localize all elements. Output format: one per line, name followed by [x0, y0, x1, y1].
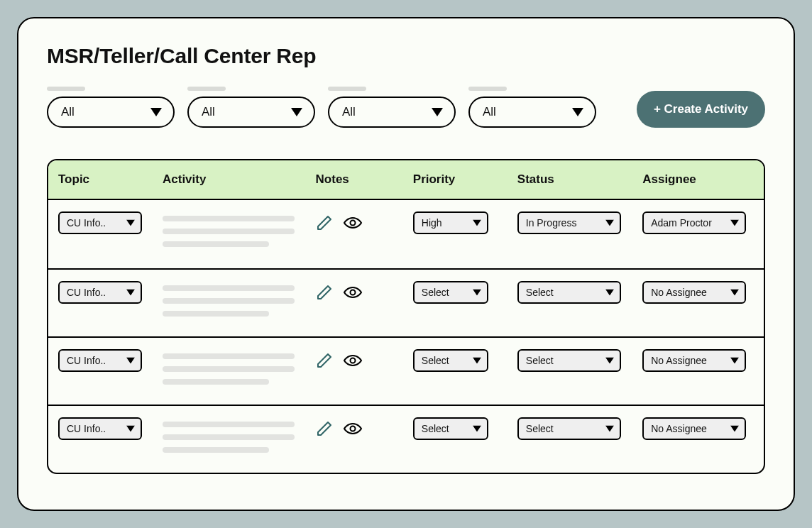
status-select[interactable]: Select [517, 281, 621, 304]
placeholder-line [163, 422, 295, 427]
filter-select-value: All [202, 105, 215, 119]
filter-select-value: All [483, 105, 496, 119]
priority-select-value: Select [422, 355, 449, 366]
chevron-down-icon [150, 108, 162, 116]
table-header-row: Topic Activity Notes Priority Status Ass… [48, 160, 764, 200]
filter-label-placeholder [187, 87, 226, 91]
create-activity-button[interactable]: + Create Activity [637, 91, 765, 128]
create-activity-label: + Create Activity [654, 102, 748, 116]
chevron-down-icon [605, 426, 614, 432]
cell-activity [163, 211, 316, 247]
chevron-down-icon [126, 426, 135, 432]
app-card: MSR/Teller/Call Center Rep All All [17, 17, 795, 511]
filter-label-placeholder [47, 87, 85, 91]
svg-point-20 [350, 427, 355, 431]
filter-select-value: All [61, 105, 75, 119]
topic-select[interactable]: CU Info.. [58, 349, 142, 372]
priority-select[interactable]: Select [413, 417, 488, 440]
topic-select-value: CU Info.. [67, 423, 106, 434]
status-select-value: Select [526, 423, 554, 434]
activity-placeholder [163, 285, 295, 317]
col-header-priority: Priority [413, 172, 517, 187]
placeholder-line [163, 379, 269, 385]
topic-select-value: CU Info.. [67, 217, 106, 229]
filter-select-3[interactable]: All [468, 97, 596, 128]
page-title: MSR/Teller/Call Center Rep [47, 44, 765, 68]
view-icon[interactable] [343, 216, 363, 230]
svg-marker-18 [730, 358, 739, 364]
assignee-select[interactable]: No Assignee [642, 417, 746, 440]
svg-marker-23 [730, 426, 739, 432]
svg-marker-6 [473, 220, 481, 226]
cell-status: Select [517, 417, 642, 440]
chevron-down-icon [605, 220, 614, 226]
priority-select[interactable]: Select [413, 349, 488, 372]
placeholder-line [163, 434, 295, 440]
cell-assignee: No Assignee [642, 417, 754, 440]
svg-marker-11 [473, 290, 481, 296]
chevron-down-icon [572, 108, 583, 116]
filter-label-placeholder [468, 87, 507, 91]
edit-icon[interactable] [316, 214, 333, 231]
priority-select[interactable]: High [413, 211, 488, 234]
chevron-down-icon [605, 290, 614, 296]
svg-marker-1 [291, 108, 302, 116]
svg-marker-9 [126, 290, 135, 296]
svg-marker-2 [432, 108, 443, 116]
svg-marker-12 [605, 290, 614, 296]
filter-select-2[interactable]: All [328, 97, 456, 128]
chevron-down-icon [473, 426, 481, 432]
svg-marker-13 [730, 290, 739, 296]
svg-marker-16 [473, 358, 481, 364]
placeholder-line [163, 311, 269, 317]
status-select-value: Select [526, 287, 554, 298]
svg-marker-14 [126, 358, 135, 364]
svg-point-15 [350, 358, 355, 363]
filter-select-0[interactable]: All [47, 97, 175, 128]
edit-icon[interactable] [316, 352, 333, 369]
cell-notes [316, 417, 413, 437]
priority-select[interactable]: Select [413, 281, 488, 304]
assignee-select[interactable]: No Assignee [642, 349, 746, 372]
assignee-select[interactable]: Adam Proctor [642, 211, 746, 234]
status-select[interactable]: Select [517, 417, 621, 440]
activity-placeholder [163, 422, 295, 453]
activity-placeholder [163, 353, 295, 385]
view-icon[interactable] [343, 422, 363, 436]
topic-select-value: CU Info.. [67, 287, 106, 298]
placeholder-line [163, 353, 295, 359]
edit-icon[interactable] [316, 420, 333, 437]
cell-notes [316, 281, 413, 301]
svg-marker-7 [605, 220, 614, 226]
edit-icon[interactable] [316, 284, 333, 301]
status-select[interactable]: Select [517, 349, 621, 372]
filter-select-value: All [342, 105, 356, 119]
col-header-status: Status [517, 172, 642, 187]
view-icon[interactable] [343, 353, 363, 368]
cell-assignee: No Assignee [642, 281, 754, 304]
topic-select[interactable]: CU Info.. [58, 417, 142, 440]
assignee-select[interactable]: No Assignee [642, 281, 746, 304]
cell-topic: CU Info.. [58, 211, 163, 234]
view-icon[interactable] [343, 285, 363, 299]
cell-notes [316, 349, 413, 369]
filter-select-1[interactable]: All [187, 97, 315, 128]
chevron-down-icon [126, 290, 135, 296]
placeholder-line [163, 447, 269, 453]
svg-point-5 [350, 221, 355, 226]
cell-assignee: Adam Proctor [642, 211, 754, 234]
cell-status: Select [517, 281, 642, 304]
chevron-down-icon [730, 290, 739, 296]
svg-marker-17 [605, 358, 614, 364]
cell-priority: Select [413, 417, 517, 440]
filters-row: All All All [47, 87, 765, 128]
svg-point-10 [350, 290, 355, 295]
filter-group-2: All [328, 87, 456, 128]
assignee-select-value: No Assignee [651, 355, 707, 366]
topic-select[interactable]: CU Info.. [58, 211, 142, 234]
status-select[interactable]: In Progress [517, 211, 621, 234]
chevron-down-icon [605, 358, 614, 364]
priority-select-value: Select [422, 287, 449, 298]
topic-select-value: CU Info.. [67, 355, 106, 366]
topic-select[interactable]: CU Info.. [58, 281, 142, 304]
